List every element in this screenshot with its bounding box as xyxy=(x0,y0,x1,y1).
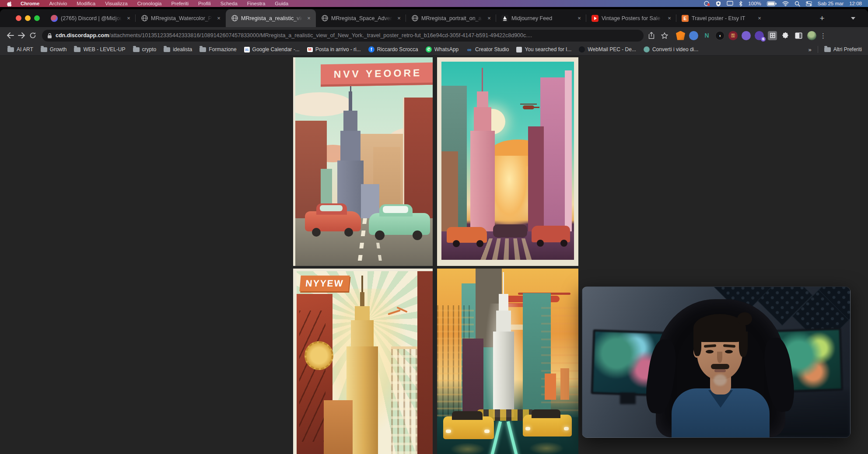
tab-close-icon[interactable]: × xyxy=(576,15,583,22)
menu-item-scheda[interactable]: Scheda xyxy=(220,1,238,6)
bookmark-converti-video[interactable]: Converti i video di... xyxy=(644,46,698,52)
bookmark-label: Growth xyxy=(50,46,67,52)
poster-bottom-right[interactable] xyxy=(437,269,578,454)
menubar-time[interactable]: 12:08 xyxy=(849,1,862,6)
bookmark-google-calendar[interactable]: Google Calendar -... xyxy=(244,46,300,52)
empire-state-top xyxy=(343,111,357,132)
tab-etsy[interactable]: Travel poster - Etsy IT × xyxy=(676,9,766,27)
tab-close-icon[interactable]: × xyxy=(305,15,312,22)
car-wheel xyxy=(344,228,353,237)
bookmark-whatsapp[interactable]: WhatsApp xyxy=(426,46,458,52)
menu-item-visualizza[interactable]: Visualizza xyxy=(105,1,128,6)
bookmark-webmail-pec[interactable]: WebMail PEC - De... xyxy=(579,46,636,52)
shield-icon[interactable] xyxy=(716,1,721,7)
eye xyxy=(706,350,714,353)
empire-state-top xyxy=(477,91,488,108)
display-icon[interactable] xyxy=(727,1,733,6)
apple-menu-icon[interactable] xyxy=(7,1,13,7)
dark-round-extension-icon[interactable]: ◖ xyxy=(715,31,724,40)
spotlight-search-icon[interactable] xyxy=(794,1,800,7)
menubar-date[interactable]: Sab 25 mar xyxy=(818,1,844,6)
url-bar[interactable]: cdn.discordapp.com /attachments/10135123… xyxy=(42,30,644,42)
bookmark-folder-crypto[interactable]: crypto xyxy=(133,46,157,52)
bookmark-creator-studio[interactable]: Creator Studio xyxy=(466,46,509,52)
keeper-key-extension-icon[interactable]: ⚿ xyxy=(728,31,738,40)
screen-record-icon[interactable] xyxy=(704,1,710,6)
tab-watercolor[interactable]: MRregista_Watercolor_Pa × xyxy=(136,9,226,27)
empire-state-mid xyxy=(340,131,360,161)
menu-item-modifica[interactable]: Modifica xyxy=(77,1,95,6)
menu-status-area: 100% Sab 25 mar 12:08 xyxy=(704,1,868,7)
poster-title-tag: NYYEW xyxy=(299,276,350,291)
menu-item-profili[interactable]: Profili xyxy=(198,1,211,6)
poster-art xyxy=(441,62,574,260)
bookmark-you-searched[interactable]: You searched for I... xyxy=(516,46,571,52)
whatsapp-icon xyxy=(426,46,432,52)
sidebar-panel-icon[interactable] xyxy=(794,31,803,40)
purple-extension-icon[interactable] xyxy=(742,31,751,40)
wifi-icon[interactable] xyxy=(782,1,789,6)
empire-state-mid xyxy=(351,320,374,347)
grid-extension-icon[interactable] xyxy=(768,31,777,40)
tab-close-icon[interactable]: × xyxy=(756,15,763,22)
car-wheel xyxy=(476,240,483,247)
headlight xyxy=(525,427,530,430)
bookmark-folder-growth[interactable]: Growth xyxy=(41,46,67,52)
tab-portrait[interactable]: MRregista_portrait_on_a × xyxy=(406,9,496,27)
bookmark-folder-ai-art[interactable]: AI ART xyxy=(7,46,33,52)
blue-extension-icon[interactable] xyxy=(689,31,698,40)
folder-icon xyxy=(74,47,80,52)
bookmark-folder-altri-preferiti[interactable]: Altri Preferiti xyxy=(824,46,862,52)
poster-bottom-left[interactable]: NYYEW xyxy=(293,269,433,454)
teal-n-extension-icon[interactable]: N xyxy=(702,31,711,40)
window-zoom-button[interactable] xyxy=(34,15,40,21)
tab-close-icon[interactable]: × xyxy=(396,15,402,22)
forward-button[interactable] xyxy=(16,30,27,41)
reload-button[interactable] xyxy=(27,30,38,41)
bookmark-label: idealista xyxy=(173,46,192,52)
poster-top-left[interactable]: NVV YEOORE xyxy=(293,57,433,266)
bluetooth-icon[interactable] xyxy=(739,1,742,7)
tab-label: Travel poster - Etsy IT xyxy=(692,15,753,21)
tab-close-icon[interactable]: × xyxy=(486,15,493,22)
tab-close-icon[interactable]: × xyxy=(666,15,673,22)
midjourney-image-grid[interactable]: NVV YEOORE xyxy=(293,57,578,454)
purple-badge-extension-icon[interactable]: 6 xyxy=(755,31,764,40)
tab-realistic-view-active[interactable]: MRregista_a_realistic_vie × xyxy=(226,9,316,27)
tab-midjourney-feed[interactable]: Midjourney Feed × xyxy=(496,9,586,27)
empire-state-base xyxy=(470,131,495,243)
window-close-button[interactable] xyxy=(16,15,21,21)
tab-close-icon[interactable]: × xyxy=(125,15,132,22)
menu-item-cronologia[interactable]: Cronologia xyxy=(137,1,162,6)
poster-top-right[interactable] xyxy=(437,57,578,266)
tab-space-adventure[interactable]: MRregista_Space_Advent × xyxy=(316,9,406,27)
menu-item-chrome[interactable]: Chrome xyxy=(21,1,39,6)
back-button[interactable] xyxy=(4,30,16,41)
profile-avatar[interactable] xyxy=(807,31,816,40)
poster-art xyxy=(540,77,566,248)
control-center-icon[interactable] xyxy=(806,1,812,6)
bookmark-folder-idealista[interactable]: idealista xyxy=(164,46,192,52)
window-minimize-button[interactable] xyxy=(25,15,31,21)
extensions-puzzle-icon[interactable] xyxy=(781,31,790,40)
metamask-extension-icon[interactable] xyxy=(676,31,685,40)
tab-search-chevron-icon[interactable] xyxy=(850,16,856,21)
menu-item-finestra[interactable]: Finestra xyxy=(247,1,266,6)
bookmark-folder-web-level-up[interactable]: WEB - LEVEL-UP xyxy=(74,46,125,52)
chrome-menu-kebab-icon[interactable]: ⋮ xyxy=(820,34,826,37)
webmail-icon xyxy=(579,46,585,52)
bookmark-star-icon[interactable] xyxy=(659,30,670,41)
tab-vintage-posters[interactable]: Vintage Posters for Sale | × xyxy=(586,9,676,27)
new-tab-button[interactable]: + xyxy=(816,13,828,24)
tab-close-icon[interactable]: × xyxy=(215,15,222,22)
bookmark-facebook-profile[interactable]: Riccardo Scrocca xyxy=(368,46,418,52)
menu-item-guida[interactable]: Guida xyxy=(275,1,288,6)
battery-icon[interactable] xyxy=(767,1,777,6)
bookmark-gmail-inbox[interactable]: Posta in arrivo - ri... xyxy=(307,46,361,52)
menu-item-archivio[interactable]: Archivio xyxy=(49,1,67,6)
share-icon[interactable] xyxy=(646,30,657,41)
menu-item-preferiti[interactable]: Preferiti xyxy=(171,1,189,6)
bookmark-folder-formazione[interactable]: Formazione xyxy=(200,46,236,52)
bookmarks-overflow-chevron[interactable]: » xyxy=(808,46,811,53)
tab-discord[interactable]: (2765) Discord | @Midjou × xyxy=(46,9,136,27)
